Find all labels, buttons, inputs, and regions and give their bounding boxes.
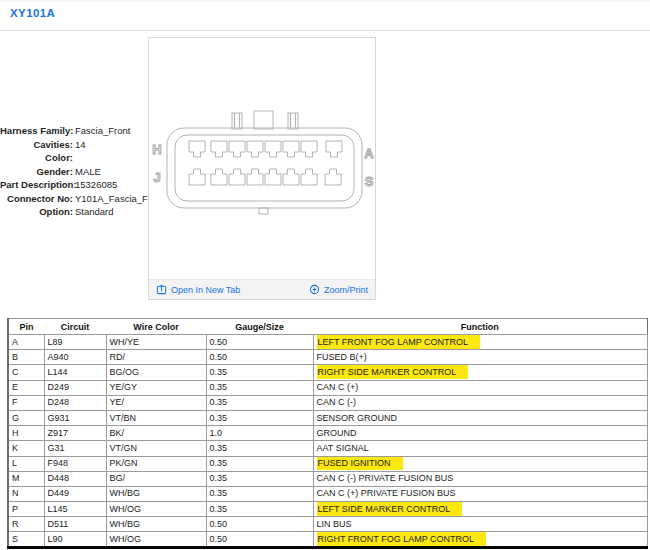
- pin-cell: C: [8, 365, 44, 380]
- gauge-cell: 0.50: [206, 350, 313, 365]
- gauge-cell: 0.35: [206, 486, 313, 501]
- gauge-cell: 0.35: [206, 441, 313, 456]
- wire-color-cell: BG/OG: [106, 365, 206, 380]
- pin-cell: E: [8, 380, 44, 395]
- function-text: CAN C (+): [317, 382, 359, 392]
- connector-bottom-nub: [259, 208, 268, 214]
- connector-outer-shell: [167, 128, 362, 208]
- function-cell: RIGHT SIDE MARKER CONTROL: [313, 365, 647, 380]
- connector-pin-group: [189, 141, 342, 185]
- zoom-print-label: Zoom/Print: [324, 285, 368, 295]
- wire-color-cell: WH/OG: [106, 502, 206, 517]
- wire-color-cell: WH/BG: [106, 486, 206, 501]
- gauge-cell: 0.35: [206, 365, 313, 380]
- circuit-cell: L90: [44, 532, 106, 547]
- detail-label: Option:: [0, 205, 73, 219]
- circuit-cell: Z917: [44, 426, 106, 441]
- pin-cell: M: [8, 471, 44, 486]
- circuit-cell: F948: [44, 456, 106, 471]
- function-text: CAN C (-) PRIVATE FUSION BUS: [317, 473, 454, 483]
- table-row: ND449WH/BG0.35CAN C (+) PRIVATE FUSION B…: [8, 486, 647, 501]
- connector-pin: [229, 141, 245, 157]
- gauge-cell: 0.50: [206, 517, 313, 532]
- pin-cell: G: [8, 410, 44, 425]
- detail-value: 15326085: [75, 178, 117, 192]
- function-text: CAN C (-): [317, 397, 357, 407]
- function-cell: CAN C (-): [313, 395, 647, 410]
- function-highlight: RIGHT FRONT FOG LAMP CONTROL: [317, 532, 487, 546]
- wire-color-cell: YE/: [106, 395, 206, 410]
- table-row: GG931VT/BN0.35SENSOR GROUND: [8, 410, 647, 425]
- connector-pin: [301, 141, 317, 157]
- detail-value: Fascia_Front: [75, 124, 130, 138]
- wire-color-cell: PK/GN: [106, 456, 206, 471]
- zoom-print-link[interactable]: Zoom/Print: [309, 284, 368, 295]
- detail-row: Gender:MALE: [0, 165, 149, 179]
- column-header: Wire Color: [106, 319, 206, 335]
- detail-row: Harness Family:Fascia_Front: [0, 124, 149, 138]
- function-cell: CAN C (+) PRIVATE FUSION BUS: [313, 486, 647, 501]
- table-row: KG31VT/GN0.35AAT SIGNAL: [8, 441, 647, 456]
- pin-row-label-bottom-left: J: [153, 170, 160, 185]
- detail-row: Option:Standard: [0, 205, 149, 219]
- table-row: SL90WH/OG0.50RIGHT FRONT FOG LAMP CONTRO…: [8, 532, 647, 547]
- pin-row-label-bottom-right: S: [365, 174, 374, 189]
- connector-key-tab: [232, 113, 242, 129]
- function-text: SENSOR GROUND: [317, 413, 398, 423]
- connector-latch-tab: [254, 111, 273, 129]
- circuit-cell: A940: [44, 350, 106, 365]
- column-header: Gauge/Size: [206, 319, 313, 335]
- open-in-new-tab-label: Open In New Tab: [171, 285, 240, 295]
- gauge-cell: 0.50: [206, 532, 313, 547]
- table-row: FD248YE/0.35CAN C (-): [8, 395, 647, 410]
- connector-pin: [211, 141, 227, 157]
- function-highlight: FUSED IGNITION: [317, 456, 403, 470]
- top-edge-strip: [0, 0, 650, 2]
- connector-key-tab: [288, 113, 298, 129]
- table-row: MD448BG/0.35CAN C (-) PRIVATE FUSION BUS: [8, 471, 647, 486]
- function-highlight: LEFT SIDE MARKER CONTROL: [317, 502, 463, 516]
- open-in-new-tab-link[interactable]: Open In New Tab: [156, 284, 240, 295]
- wire-color-cell: RD/: [106, 350, 206, 365]
- wire-color-cell: VT/GN: [106, 441, 206, 456]
- gauge-cell: 0.35: [206, 410, 313, 425]
- wire-color-cell: BG/: [106, 471, 206, 486]
- function-cell: GROUND: [313, 426, 647, 441]
- detail-row: Color:: [0, 151, 149, 165]
- circuit-cell: D449: [44, 486, 106, 501]
- circuit-cell: D249: [44, 380, 106, 395]
- function-text: AAT SIGNAL: [317, 443, 369, 453]
- table-row: HZ917BK/1.0GROUND: [8, 426, 647, 441]
- detail-label: Part Description:: [0, 178, 73, 192]
- pin-cell: L: [8, 456, 44, 471]
- circuit-cell: G931: [44, 410, 106, 425]
- column-header: Pin: [8, 319, 44, 335]
- table-row: BA940RD/0.50FUSED B(+): [8, 350, 647, 365]
- function-text: FUSED B(+): [317, 352, 367, 362]
- gauge-cell: 0.35: [206, 380, 313, 395]
- page-title: XY101A: [10, 7, 55, 19]
- circuit-cell: D248: [44, 395, 106, 410]
- gauge-cell: 0.35: [206, 471, 313, 486]
- connector-pin: [265, 169, 281, 185]
- detail-row: Connector No:Y101A_Fascia_Front: [0, 192, 149, 206]
- column-header: Function: [313, 319, 647, 335]
- function-cell: FUSED B(+): [313, 350, 647, 365]
- function-highlight: RIGHT SIDE MARKER CONTROL: [317, 365, 469, 379]
- function-text: CAN C (+) PRIVATE FUSION BUS: [317, 488, 456, 498]
- gauge-cell: 1.0: [206, 426, 313, 441]
- connector-drawing: H J A S: [149, 38, 375, 279]
- circuit-cell: L145: [44, 502, 106, 517]
- wire-color-cell: WH/BG: [106, 517, 206, 532]
- connector-pin: [325, 169, 341, 185]
- detail-label: Color:: [0, 151, 73, 165]
- gauge-cell: 0.35: [206, 395, 313, 410]
- diagram-toolbar: Open In New Tab Zoom/Print: [149, 279, 375, 299]
- pin-cell: S: [8, 532, 44, 547]
- connector-pin: [283, 141, 299, 157]
- pin-row-label-top-left: H: [152, 142, 161, 157]
- pin-cell: B: [8, 350, 44, 365]
- open-in-new-tab-icon: [156, 284, 167, 295]
- circuit-cell: D448: [44, 471, 106, 486]
- table-row: CL144BG/OG0.35RIGHT SIDE MARKER CONTROL: [8, 365, 647, 380]
